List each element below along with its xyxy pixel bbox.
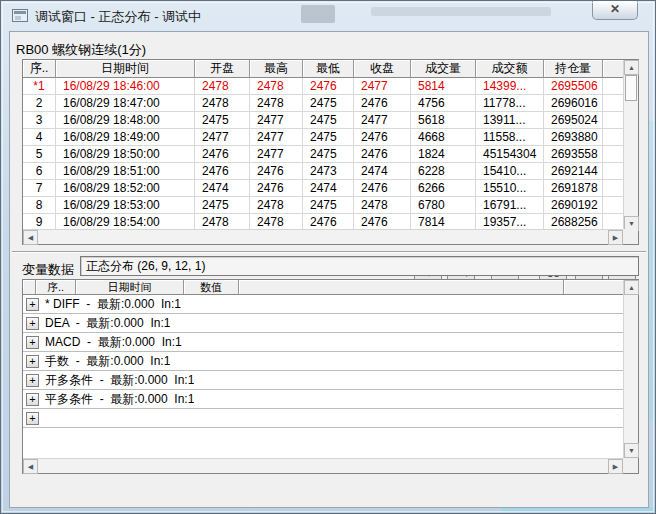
quote-vertical-scrollbar[interactable]: ▲ ▼ (623, 60, 638, 231)
cell-openinterest: 2695024 (544, 112, 603, 128)
variable-row[interactable]: + DEA - 最新:0.000 In:1 (23, 314, 623, 333)
titlebar[interactable]: 调试窗口 - 正态分布 - 调试中 ✕ (1, 1, 655, 31)
column-header-seq[interactable]: 序.. (36, 280, 76, 295)
scrollbar-track[interactable] (38, 230, 608, 244)
variable-summary: 平多条件 - 最新:0.000 In:1 (39, 391, 194, 408)
cell-filler (603, 197, 623, 213)
cell-low: 2474 (303, 180, 354, 196)
variables-vertical-scrollbar[interactable]: ▲ ▼ (623, 280, 638, 458)
variable-row-empty[interactable]: + (23, 409, 623, 428)
column-header-volume[interactable]: 成交量 (411, 60, 476, 78)
expand-plus-icon[interactable]: + (26, 336, 39, 349)
variable-row[interactable]: + * DIFF - 最新:0.000 In:1 (23, 295, 623, 314)
column-header-low[interactable]: 最低 (303, 60, 354, 78)
cell-datetime: 16/08/29 18:47:00 (56, 95, 195, 111)
cell-low: 2476 (303, 78, 354, 94)
variable-summary: * DIFF - 最新:0.000 In:1 (39, 296, 181, 313)
cell-close: 2477 (354, 112, 411, 128)
cell-openinterest: 2691878 (544, 180, 603, 196)
table-row[interactable]: *1 16/08/29 18:46:00 2478 2478 2476 2477… (23, 78, 623, 95)
scroll-down-button[interactable]: ▼ (624, 443, 639, 458)
client-area: RB00 螺纹钢连续(1分) 序.. 日期时间 开盘 最高 最低 收盘 成交量 … (9, 31, 649, 508)
cell-filler (603, 78, 623, 94)
quote-horizontal-scrollbar[interactable]: ◀ ▶ (23, 229, 623, 244)
column-header-blank (239, 280, 564, 295)
column-header-close[interactable]: 收盘 (354, 60, 411, 78)
scrollbar-track[interactable] (624, 101, 638, 216)
column-header-datetime[interactable]: 日期时间 (76, 280, 184, 295)
variable-summary: 手数 - 最新:0.000 In:1 (39, 353, 170, 370)
scroll-up-button[interactable]: ▲ (624, 280, 639, 295)
scroll-left-button[interactable]: ◀ (23, 459, 38, 474)
quote-header-row: 序.. 日期时间 开盘 最高 最低 收盘 成交量 成交额 持仓量 (23, 60, 623, 78)
column-header-datetime[interactable]: 日期时间 (56, 60, 195, 78)
variable-summary: DEA - 最新:0.000 In:1 (39, 315, 170, 332)
table-row[interactable]: 4 16/08/29 18:49:00 2477 2477 2475 2476 … (23, 129, 623, 146)
close-button[interactable]: ✕ (592, 1, 638, 20)
instrument-label: RB00 螺纹钢连续(1分) (16, 41, 146, 59)
cell-close: 2476 (354, 95, 411, 111)
debug-window: 调试窗口 - 正态分布 - 调试中 ✕ RB00 螺纹钢连续(1分) 序.. 日… (0, 0, 656, 514)
cell-volume: 6228 (411, 163, 476, 179)
scroll-up-button[interactable]: ▲ (624, 60, 639, 75)
expand-plus-icon[interactable]: + (26, 393, 39, 406)
cell-low: 2475 (303, 95, 354, 111)
cell-seq: 9 (23, 214, 56, 230)
column-header-value[interactable]: 数值 (184, 280, 239, 295)
expand-plus-icon[interactable]: + (26, 298, 39, 311)
cell-seq: 3 (23, 112, 56, 128)
cell-turnover: 19357... (476, 214, 544, 230)
expand-plus-icon[interactable]: + (26, 412, 39, 425)
table-row[interactable]: 3 16/08/29 18:48:00 2475 2477 2475 2477 … (23, 112, 623, 129)
variables-horizontal-scrollbar[interactable]: ◀ ▶ (23, 458, 623, 473)
cell-low: 2473 (303, 163, 354, 179)
column-header-high[interactable]: 最高 (250, 60, 303, 78)
cell-openinterest: 2688256 (544, 214, 603, 230)
cell-volume: 4756 (411, 95, 476, 111)
table-row[interactable]: 5 16/08/29 18:50:00 2476 2477 2475 2476 … (23, 146, 623, 163)
cell-openinterest: 2693880 (544, 129, 603, 145)
cell-filler (603, 129, 623, 145)
cell-open: 2477 (195, 129, 250, 145)
expand-plus-icon[interactable]: + (26, 374, 39, 387)
cell-close: 2476 (354, 180, 411, 196)
column-header-seq[interactable]: 序.. (23, 60, 56, 78)
cell-filler (603, 95, 623, 111)
scrollbar-track[interactable] (624, 295, 638, 443)
cell-seq: 7 (23, 180, 56, 196)
table-row[interactable]: 6 16/08/29 18:51:00 2476 2476 2473 2474 … (23, 163, 623, 180)
table-row[interactable]: 8 16/08/29 18:53:00 2475 2478 2475 2478 … (23, 197, 623, 214)
column-header-expand (23, 280, 36, 295)
cell-close: 2476 (354, 129, 411, 145)
quote-grid: 序.. 日期时间 开盘 最高 最低 收盘 成交量 成交额 持仓量 *1 16/0… (23, 60, 623, 231)
variable-row[interactable]: + 平多条件 - 最新:0.000 In:1 (23, 390, 623, 409)
scroll-right-button[interactable]: ▶ (608, 459, 623, 474)
cell-datetime: 16/08/29 18:52:00 (56, 180, 195, 196)
cell-low: 2475 (303, 197, 354, 213)
table-row[interactable]: 2 16/08/29 18:47:00 2478 2478 2475 2476 … (23, 95, 623, 112)
scroll-right-button[interactable]: ▶ (608, 230, 623, 245)
scrollbar-thumb[interactable] (625, 75, 637, 101)
cell-volume: 6266 (411, 180, 476, 196)
variable-row[interactable]: + 开多条件 - 最新:0.000 In:1 (23, 371, 623, 390)
column-header-open[interactable]: 开盘 (195, 60, 250, 78)
formula-input[interactable]: 正态分布 (26, 9, 12, 1) (80, 256, 639, 276)
scroll-left-button[interactable]: ◀ (23, 230, 38, 245)
table-row[interactable]: 7 16/08/29 18:52:00 2474 2476 2474 2476 … (23, 180, 623, 197)
variable-row[interactable]: + MACD - 最新:0.000 In:1 (23, 333, 623, 352)
column-header-openinterest[interactable]: 持仓量 (544, 60, 603, 78)
expand-plus-icon[interactable]: + (26, 317, 39, 330)
cell-open: 2478 (195, 95, 250, 111)
cell-low: 2475 (303, 112, 354, 128)
scrollbar-corner (623, 458, 638, 473)
cell-datetime: 16/08/29 18:54:00 (56, 214, 195, 230)
cell-turnover: 14399... (476, 78, 544, 94)
cell-high: 2476 (250, 163, 303, 179)
variable-row[interactable]: + 手数 - 最新:0.000 In:1 (23, 352, 623, 371)
column-header-turnover[interactable]: 成交额 (476, 60, 544, 78)
expand-plus-icon[interactable]: + (26, 355, 39, 368)
cell-openinterest: 2690192 (544, 197, 603, 213)
variables-header-row: 序.. 日期时间 数值 (23, 280, 623, 295)
scrollbar-track[interactable] (38, 459, 608, 473)
cell-close: 2476 (354, 214, 411, 230)
